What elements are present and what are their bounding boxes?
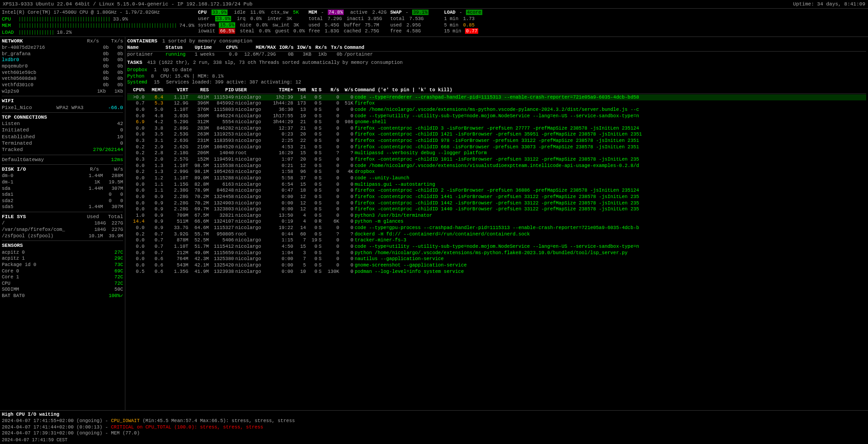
containers-section: CONTAINERS 1 sorted by memory consumptio… [127,38,866,58]
load-stats-section: LOAD - 4core 1 min 1.73 5 min 0.85 15 mi… [444,10,490,36]
sensor-row: acpitz 129C [2,256,123,262]
tcp-terminated-value: 0 [120,140,123,146]
tcp-initiated-label: Initiated [2,127,29,133]
load-15min-badge: 0.77 [465,28,478,34]
process-row[interactable]: >0.0 6.4 1.11T 481M 1115349 nicolargo 1h… [127,94,866,101]
tcp-header: TCP CONNECTIONS [2,114,123,120]
disk-io-header: DISK I/O [2,166,26,172]
container-row: portainer running 1 weeks 0.0 12.6M/7.29… [127,52,866,58]
process-row[interactable]: 0.2 2.9 2.62G 216M 1084520 nicolargo 4:5… [127,144,866,151]
sensors-header: SENSORS [2,242,123,249]
process-row[interactable]: 0.2 0.7 3.92G 55.7M 950805 root 0:44 60 … [127,231,866,238]
sensor-row: SODIMM50C [2,287,123,293]
tcp-initiated-value: 0 [120,127,123,133]
process-row[interactable]: 0.0 5.0 1.10T 376M 1115803 nicolargo 36:… [127,107,866,113]
process-row[interactable]: 0.0 1.1 1.15G 82.8M 6163 nicolargo 6:54 … [127,182,866,188]
mem-pct-badge: 74.8% [328,10,344,15]
process-header: CPU% MEM% VIRT RES PID USER TIME+ THR NI… [127,87,866,94]
containers-header: CONTAINERS [127,38,157,44]
process-row[interactable]: 0.2 1.3 2.99G 98.1M 1054263 nicolargo 1:… [127,169,866,175]
mem-bar-row: MEM ||||||||||||||||||||||||||||||||||||… [2,22,194,29]
load-bar-row: LOAD |||||||||||||| 18.2% [2,29,194,36]
tcp-established-value: 10 [117,134,123,140]
wifi-section: WIFI Pixel_Nico WPA2 WPA3 -66.0 [2,98,123,111]
cpu-pct-badge: 33.9% [212,10,228,15]
process-row[interactable]: 1.0 0.9 709M 67.5M 32821 nicolargo 13:50… [127,213,866,219]
filesys-mounts: /184G 227G/var/snap/firefox/com_184G 227… [2,220,123,239]
filesys-mount-row: /zsfpool (zsfpool)10.1M 39.9M [2,233,123,240]
filesys-mount-row: /var/snap/firefox/com_184G 227G [2,227,123,233]
cpu-label: CPU [2,16,16,22]
filesys-section: FILE SYS Used Total /184G 227G/var/snap/… [2,214,123,239]
process-row[interactable]: 0.5 0.6 1.35G 41.9M 1323938 nicolargo 0:… [127,269,866,275]
load-cores-badge: 4core [466,10,482,15]
cpu-bar: |||||||||||||||||||||||||||||||||||| [18,16,110,22]
bottom-bar: High CPU I/O waiting 2024-04-07 17:41:55… [0,410,868,444]
cpu-bar-row: CPU ||||||||||||||||||||||||||||||||||||… [2,16,194,22]
process-row[interactable]: 6.9 4.2 5.29G 312M 5554 nicolargo 3h44:2… [127,119,866,125]
dropbox-label: Dropbox [127,67,147,73]
services-section: Dropbox 1 Up to date Python 8 CPU: 15.4%… [127,67,866,86]
filesys-mount-row: /184G 227G [2,220,123,227]
disk-device-row: dm-11K 19.5M [2,179,123,186]
process-row[interactable]: 0.0 1.1 2.38G 78.9M 846248 nicolargo 0:4… [127,188,866,194]
process-row[interactable]: 0.0 0.7 1.10T 51.7M 1115412 nicolargo 4:… [127,244,866,250]
process-row[interactable]: 0.0 0.9 33.7G 64.6M 1115327 nicolargo 19… [127,225,866,231]
process-row[interactable]: 0.0 0.6 543M 42.1M 1325420 nicolargo 0:0… [127,262,866,269]
network-interface-row: veth601e59cb0b 0b [2,70,123,76]
containers-summary: 1 sorted by memory consumption [162,38,253,44]
process-row[interactable]: 0.0 4.8 3.03G 360M 846224 nicolargo 1h17… [127,113,866,120]
process-row[interactable]: 0.0 0.9 2.28G 70.2M 1324903 nicolargo 0:… [127,200,866,207]
tcp-listen-value: 42 [117,120,123,127]
wifi-iface: Pixel_Nico [2,104,32,111]
disk-device-row: sda51.44M 307M [2,204,123,210]
mem-pct: 74.9% [179,22,194,29]
swap-pct-badge: 39.1% [412,10,429,15]
python-label: Python [127,73,145,79]
gateway-section: DefaultGateway 12ms [2,157,123,163]
process-rows: >0.0 6.4 1.11T 481M 1115349 nicolargo 1h… [127,94,866,275]
disk-io-section: DISK I/O R/s W/s dm-01.44M 288Mdm-11K 19… [2,166,123,210]
process-row[interactable]: 0.0 0.6 764M 42.3M 1325380 nicolargo 0:0… [127,256,866,262]
process-row[interactable]: 0.0 1.3 1.10T 98.5M 1115538 nicolargo 0:… [127,163,866,169]
process-row[interactable]: 14.4 0.9 511M 66.6M 1324107 nicolargo 0:… [127,219,866,225]
process-row[interactable]: 0.0 3.8 2.89G 283M 846282 nicolargo 12:3… [127,125,866,132]
cpu-info-section: Intel(R) Core(TM) i7-4500U CPU @ 1.80GHz… [2,10,194,36]
process-row[interactable]: 0.3 3.1 2.63G 231M 1183593 nicolargo 2:2… [127,138,866,144]
gateway-label: DefaultGateway [2,157,44,163]
load-label: LOAD [2,29,16,36]
sensor-row: acpitz 027C [2,250,123,256]
process-row[interactable]: 0.0 0.9 2.28G 69.7M 1323803 nicolargo 0:… [127,206,866,213]
process-row[interactable]: 0.3 2.0 2.57G 152M 1194591 nicolargo 1:0… [127,157,866,163]
process-row[interactable]: 0.0 1.2 1.10T 89.0M 1115288 nicolargo 5:… [127,175,866,182]
process-row[interactable]: 0.0 0.7 878M 52.5M 5406 nicolargo 1:15 7… [127,237,866,244]
mem-label: MEM [2,22,16,29]
process-row[interactable]: 0.2 2.8 2.18G 206M 14040 root 16:29 15 0… [127,150,866,157]
tcp-tracked-value: 279/262144 [93,146,123,153]
process-row[interactable]: 0.7 5.3 12.9G 396M 845992 nicolargo 1h44… [127,100,866,107]
alert-3: 2024-04-07 17:39:31+02:00 (ongoing) - ME… [2,430,866,437]
sensor-row: CPU72C [2,281,123,287]
tasks-section: TASKS 413 (1622 thr), 2 run, 338 slp, 73… [127,59,866,66]
tcp-tracked-label: Tracked [2,146,23,153]
disk-device-row: sda1.44M 307M [2,186,123,192]
system-info: XPS13-9333 Ubuntu 22.04 64bit / Linux 5.… [3,1,253,7]
sensor-row: Package id 073C [2,262,123,268]
network-interface-row: br-40875d2e27160b 0b [2,45,123,51]
footer-time: 2024-04-07 17:41:59 CEST [2,437,866,443]
network-section: NETWORK Rx/s Tx/s br-40875d2e27160b 0bbr… [2,38,123,94]
cpu-model: Intel(R) Core(TM) i7-4500U CPU @ 1.80GHz… [2,10,194,16]
network-interface-row: lxdbr00b 0b [2,57,123,63]
swap-stats-section: SWAP - 39.1% total 7.53G used 2.95G free… [390,10,440,36]
disk-device-row: sda10 0 [2,192,123,198]
network-interface-row: wlp2s01Kb 1Kb [2,89,123,95]
process-row[interactable]: 0.0 0.7 212M 49.0M 1115659 nicolargo 1:0… [127,250,866,256]
sensors-items: acpitz 027Cacpitz 129CPackage id 073CCor… [2,250,123,299]
process-row[interactable]: 0.0 0.9 2.28G 70.2M 1324458 nicolargo 0:… [127,194,866,200]
uptime: Uptime: 34 days, 8:41:09 [793,1,865,7]
alert-2: 2024-04-07 17:41:44+02:00 (0:00:13) - CR… [2,424,866,431]
sensor-row: BAT BAT0100%✓ [2,293,123,299]
sensor-row: Core 172C [2,274,123,281]
load-pct: 18.2% [57,29,72,36]
process-row[interactable]: 0.0 3.5 2.53G 263M 1319253 nicolargo 0:2… [127,131,866,138]
